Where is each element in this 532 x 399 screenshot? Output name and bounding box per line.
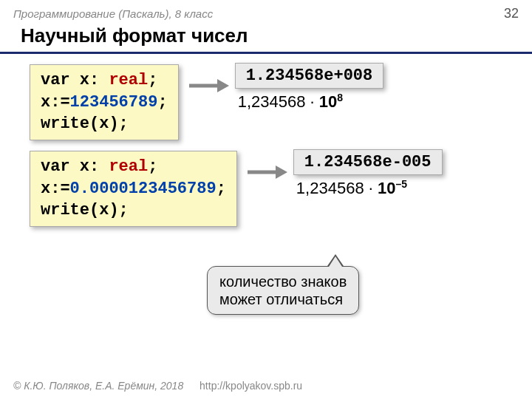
- math-exponent: –5: [395, 178, 407, 190]
- code-text: ;: [148, 71, 157, 89]
- example-row-1: var x: real; x:=123456789; write(x); 1.2…: [0, 64, 532, 140]
- output-col-1: 1.234568e+008 1,234568 · 108: [235, 63, 384, 112]
- slide-title: Научный формат чисел: [0, 24, 532, 54]
- math-base: 10: [319, 92, 337, 111]
- code-text: var x:: [41, 71, 109, 89]
- course-label: Программирование (Паскаль), 8 класс: [13, 7, 213, 20]
- code-number: 123456789: [70, 93, 158, 112]
- code-text: ;: [216, 180, 226, 198]
- code-text: write(x);: [41, 115, 129, 133]
- slide-header: Программирование (Паскаль), 8 класс 32: [0, 0, 532, 24]
- code-type: real: [109, 71, 148, 89]
- math-expr-1: 1,234568 · 108: [235, 92, 384, 112]
- output-col-2: 1.234568e-005 1,234568 · 10–5: [293, 149, 443, 198]
- code-box-2: var x: real; x:=0.0000123456789; write(x…: [30, 151, 237, 227]
- math-base: 10: [378, 179, 395, 197]
- code-text: ;: [157, 93, 167, 112]
- math-expr-2: 1,234568 · 10–5: [293, 178, 443, 198]
- code-text: write(x);: [41, 201, 129, 219]
- code-number: 0.0000123456789: [70, 180, 216, 198]
- code-box-1: var x: real; x:=123456789; write(x);: [30, 64, 179, 140]
- example-row-2: var x: real; x:=0.0000123456789; write(x…: [0, 151, 532, 227]
- code-type: real: [109, 157, 148, 176]
- math-mantissa: 1,234568 ·: [296, 179, 373, 197]
- arrow-icon: [188, 79, 229, 92]
- output-box-1: 1.234568e+008: [235, 63, 384, 89]
- note-line-2: может отличаться: [219, 290, 347, 308]
- copyright-text: © К.Ю. Поляков, Е.А. Ерёмин, 2018: [13, 380, 183, 392]
- slide-footer: © К.Ю. Поляков, Е.А. Ерёмин, 2018 http:/…: [13, 380, 302, 392]
- code-text: x:=: [41, 93, 70, 112]
- page-number: 32: [504, 6, 519, 21]
- callout-note: количество знаков может отличаться: [207, 266, 359, 315]
- code-text: var x:: [41, 157, 109, 176]
- code-text: ;: [148, 157, 157, 176]
- note-line-1: количество знаков: [219, 273, 347, 290]
- code-text: x:=: [41, 180, 70, 198]
- svg-marker-3: [276, 166, 287, 179]
- svg-marker-1: [217, 79, 229, 92]
- math-mantissa: 1,234568 ·: [238, 92, 315, 111]
- math-exponent: 8: [337, 92, 343, 103]
- footer-url: http://kpolyakov.spb.ru: [200, 380, 302, 392]
- arrow-icon: [246, 166, 287, 179]
- output-box-2: 1.234568e-005: [293, 149, 443, 175]
